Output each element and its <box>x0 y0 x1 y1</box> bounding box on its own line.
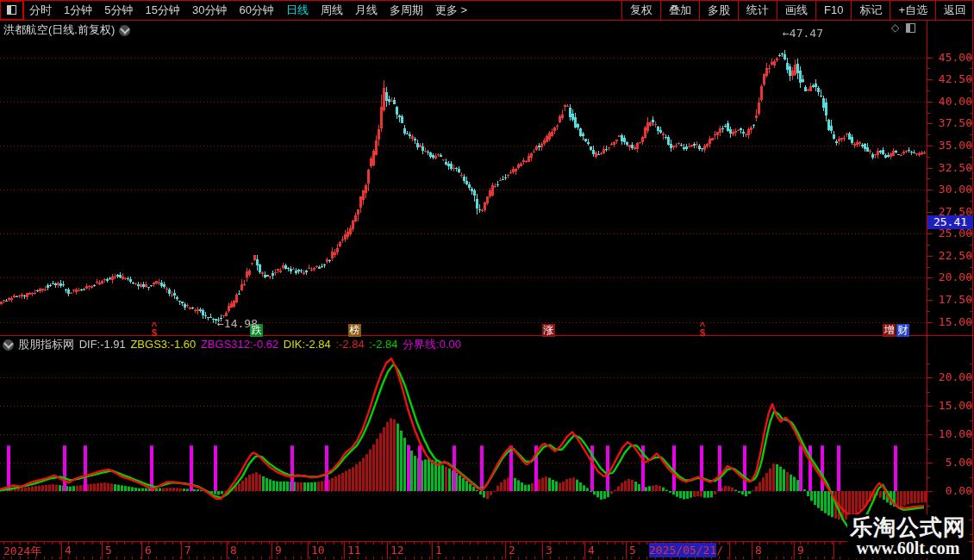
watermark-url: www.60lt.com <box>850 539 966 557</box>
price-label: 20.00 <box>933 271 972 283</box>
menu-返回[interactable]: 返回 <box>935 0 974 20</box>
layout-split-icon[interactable] <box>0 1 23 20</box>
month-label: 4 <box>588 544 595 557</box>
indicator-label: 20.00 <box>933 370 972 383</box>
month-label: 9 <box>275 544 282 557</box>
price-label: 15.00 <box>933 315 972 328</box>
menu-统计[interactable]: 统计 <box>738 0 777 20</box>
title-row: 洪都航空(日线.前复权) <box>3 22 130 38</box>
tab-周线[interactable]: 周线 <box>315 3 349 18</box>
price-label: 35.00 <box>933 139 972 152</box>
month-label: 11 <box>347 544 361 557</box>
chart-canvas[interactable] <box>0 0 974 560</box>
chevron-down-icon[interactable] <box>3 339 14 351</box>
tab-15分钟[interactable]: 15分钟 <box>139 3 185 18</box>
chart-title: 洪都航空(日线.前复权) <box>3 22 115 38</box>
price-label: 37.50 <box>933 116 972 129</box>
panel-icon[interactable] <box>906 23 915 33</box>
month-label: 4 <box>65 544 72 557</box>
indicator-value: DIK:-2.84 <box>284 338 334 351</box>
month-label: 5 <box>105 544 112 557</box>
month-label: 2 <box>509 544 515 557</box>
menu-标记[interactable]: 标记 <box>851 0 890 20</box>
tab-多周期[interactable]: 多周期 <box>384 3 429 18</box>
tab-日线[interactable]: 日线 <box>280 3 315 18</box>
month-label: 7 <box>184 544 191 557</box>
indicator-value: 分界线:0.00 <box>403 338 461 351</box>
corner-icons: ◇ <box>891 22 915 34</box>
last-price-box: 25.41 <box>927 215 973 229</box>
price-label: 17.50 <box>933 293 972 306</box>
tab-5分钟[interactable]: 5分钟 <box>98 3 139 18</box>
watermark-site-name: 乐淘公式网 <box>850 515 966 539</box>
half-square-glyph <box>7 5 16 15</box>
indicator-value: :-2.84 <box>335 338 367 351</box>
month-label: 8 <box>230 544 237 557</box>
month-label: 8 <box>755 544 762 557</box>
chevron-down-icon[interactable] <box>119 25 130 36</box>
stock-app-window: 分时1分钟5分钟15分钟30分钟60分钟日线周线月线多周期更多 > 复权叠加多股… <box>0 0 974 560</box>
diamond-icon[interactable]: ◇ <box>891 22 899 34</box>
month-label: 5 <box>629 544 636 557</box>
year-label: 2024年 <box>3 544 41 559</box>
toolbar: 分时1分钟5分钟15分钟30分钟60分钟日线周线月线多周期更多 > 复权叠加多股… <box>0 0 974 20</box>
menu-复权[interactable]: 复权 <box>621 0 660 20</box>
price-annotation: ←47.47 <box>783 27 823 40</box>
watermark: 乐淘公式网 www.60lt.com <box>847 514 969 558</box>
tab-60分钟[interactable]: 60分钟 <box>233 3 279 18</box>
event-badge: 涨 <box>542 324 555 337</box>
menu-+自选[interactable]: +自选 <box>890 0 935 20</box>
tab-更多 >[interactable]: 更多 > <box>429 3 473 18</box>
menu-F10[interactable]: F10 <box>815 0 851 20</box>
indicator-value: 股朋指标网 <box>18 338 78 351</box>
indicator-header: 股朋指标网 DIF:-1.91 ZBGS3:-1.60 ZBGS312:-0.6… <box>3 338 463 352</box>
tab-分时[interactable]: 分时 <box>23 3 58 18</box>
price-label: 40.00 <box>933 95 972 108</box>
event-badge: 榜 <box>348 324 361 337</box>
price-annotation: ←14.98 <box>217 317 258 330</box>
indicator-value: ZBGS312:-0.62 <box>201 338 282 351</box>
month-label: 12 <box>390 544 404 557</box>
price-label: 22.50 <box>933 249 972 262</box>
event-badge: 财 <box>896 324 909 337</box>
indicator-label: 0.00 <box>933 484 972 497</box>
right-menu: 复权叠加多股统计画线F10标记+自选返回 <box>621 0 974 20</box>
price-label: 32.50 <box>933 161 972 174</box>
menu-叠加[interactable]: 叠加 <box>660 0 699 20</box>
price-label: 30.00 <box>933 183 972 196</box>
dollar-signal-icon: ^$ <box>149 322 159 336</box>
selected-date-box[interactable]: 2025/05/21/三 <box>649 543 716 557</box>
price-label: 45.00 <box>933 51 972 64</box>
tab-1分钟[interactable]: 1分钟 <box>58 3 98 18</box>
tab-月线[interactable]: 月线 <box>349 3 384 18</box>
indicator-values: 股朋指标网 DIF:-1.91 ZBGS3:-1.60 ZBGS312:-0.6… <box>18 337 463 352</box>
indicator-value: :-2.84 <box>369 338 401 351</box>
indicator-value: ZBGS3:-1.60 <box>130 338 198 351</box>
date-axis: 2024年 2025/05/21/三 4567891011121234589 <box>0 543 974 560</box>
month-label: 1 <box>435 544 442 557</box>
menu-画线[interactable]: 画线 <box>777 0 815 20</box>
month-label: 10 <box>311 544 325 557</box>
month-label: 3 <box>546 544 553 557</box>
price-label: 42.50 <box>933 72 972 85</box>
tab-30分钟[interactable]: 30分钟 <box>186 3 233 18</box>
event-badge: 增 <box>883 324 896 337</box>
dollar-signal-icon: ^$ <box>697 322 708 336</box>
indicator-label: 5.00 <box>933 456 972 469</box>
indicator-label: 10.00 <box>933 427 972 440</box>
menu-多股[interactable]: 多股 <box>699 0 738 20</box>
month-label: 9 <box>797 544 804 557</box>
month-label: 6 <box>145 544 152 557</box>
indicator-value: DIF:-1.91 <box>79 338 129 351</box>
period-tabs: 分时1分钟5分钟15分钟30分钟60分钟日线周线月线多周期更多 > <box>23 3 473 18</box>
indicator-label: 15.00 <box>933 399 972 412</box>
